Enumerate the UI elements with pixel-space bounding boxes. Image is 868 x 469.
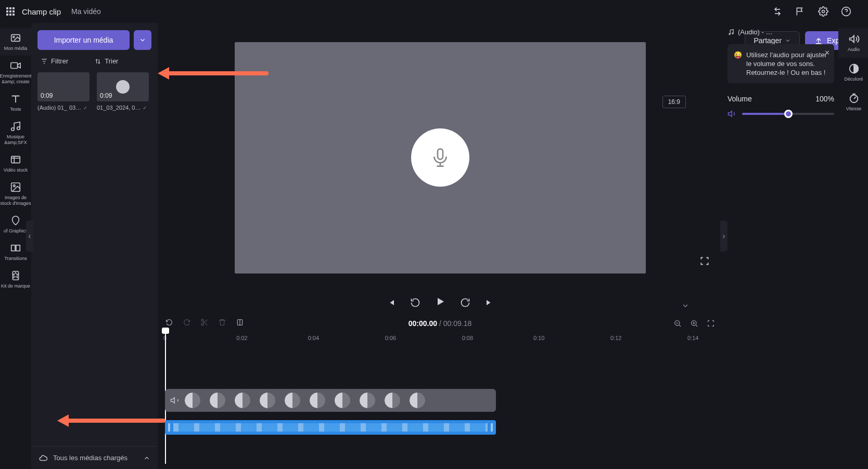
selected-clip-name: (Audio) - …: [727, 28, 834, 36]
clip-handle-left[interactable]: [168, 423, 170, 432]
speed-icon: [848, 93, 860, 104]
preview-canvas[interactable]: [235, 42, 646, 273]
aspect-ratio-badge[interactable]: 16:9: [662, 96, 686, 108]
nav-text[interactable]: Texte: [0, 89, 31, 116]
tip-close-button[interactable]: ✕: [824, 48, 830, 57]
fade-icon: [848, 63, 860, 74]
svg-point-14: [201, 319, 203, 321]
cloud-icon: [39, 453, 48, 463]
check-icon: ✓: [143, 105, 147, 111]
nav-stock-images[interactable]: Images de stock d'images: [0, 177, 31, 211]
speaker-icon[interactable]: [727, 109, 737, 119]
rnav-speed[interactable]: Vitesse: [838, 87, 869, 117]
nav-brand-kit[interactable]: Kit de marque: [0, 266, 31, 293]
svg-rect-7: [11, 157, 20, 163]
undo-icon[interactable]: [165, 318, 173, 327]
svg-point-6: [17, 127, 20, 130]
nav-music[interactable]: Musique &amp;SFX: [0, 116, 31, 150]
collapse-timeline[interactable]: [672, 301, 698, 311]
clip-handle-right[interactable]: [491, 423, 493, 432]
video-track-clip[interactable]: [165, 389, 496, 412]
volume-slider-thumb[interactable]: [784, 110, 793, 118]
zoom-in-icon[interactable]: [690, 319, 698, 328]
check-icon: ✓: [83, 105, 87, 111]
audio-track-clip[interactable]: [165, 420, 496, 435]
svg-rect-4: [11, 63, 18, 69]
fit-icon[interactable]: [707, 319, 715, 328]
flag-icon[interactable]: [795, 6, 806, 17]
timeline-timecode: 00:00.00 / 00:09.18: [409, 319, 471, 328]
svg-point-19: [729, 33, 730, 34]
zoom-out-icon[interactable]: [673, 319, 682, 328]
playback-controls: [158, 292, 722, 313]
timeline: 00:00.00 / 00:09.18 0 0:02 0:04 0:06 0:0…: [158, 315, 722, 469]
volume-slider[interactable]: [742, 113, 834, 115]
rewind-icon[interactable]: [410, 297, 420, 308]
volume-value: 100%: [815, 95, 834, 103]
svg-point-15: [201, 323, 203, 325]
sort-button[interactable]: Trier: [94, 57, 118, 65]
delete-icon[interactable]: [218, 318, 226, 327]
media-panel: Importer un média Filtrer Trier 0:09 (Au…: [31, 23, 158, 469]
skip-forward-icon[interactable]: [484, 297, 494, 308]
media-item[interactable]: 0:09 01_03_2024, 0…✓: [97, 72, 149, 111]
tip-text: Utilisez l'audio pour ajuster le volume …: [746, 50, 828, 77]
center-area: 16:9 › 00:00.00 / 00:09.18: [158, 23, 722, 469]
volume-icon: [848, 33, 860, 45]
fullscreen-icon[interactable]: [699, 256, 710, 266]
top-bar: Champ clip Ma vidéo: [0, 0, 868, 23]
cut-icon[interactable]: [200, 318, 209, 327]
split-icon[interactable]: [236, 318, 244, 327]
music-note-icon: [727, 29, 735, 36]
nav-record[interactable]: Enregistrement &amp; create: [0, 56, 31, 89]
tip-emoji: 😜: [734, 50, 742, 77]
filter-button[interactable]: Filtrer: [41, 57, 68, 65]
svg-point-0: [822, 10, 825, 13]
play-icon[interactable]: [434, 295, 446, 308]
help-icon[interactable]: [841, 6, 851, 17]
apps-icon[interactable]: [6, 7, 15, 16]
preview-area: 16:9: [158, 23, 722, 292]
right-nav: Audio Décoloré Vitesse: [839, 23, 868, 469]
nav-my-media[interactable]: Mon média: [0, 28, 31, 56]
integrations-icon[interactable]: [772, 6, 783, 17]
import-media-button[interactable]: Importer un média: [37, 30, 130, 50]
skip-back-icon[interactable]: [386, 297, 397, 308]
microphone-icon: [430, 147, 451, 168]
tip-box: 😜 Utilisez l'audio pour ajuster le volum…: [727, 44, 834, 83]
project-name[interactable]: Ma vidéo: [71, 7, 101, 16]
waveform: [173, 423, 488, 432]
import-media-dropdown[interactable]: [134, 30, 151, 50]
rnav-fade[interactable]: Décoloré: [838, 58, 869, 87]
svg-rect-10: [11, 245, 15, 251]
forward-icon[interactable]: [460, 297, 470, 308]
svg-rect-11: [16, 245, 20, 251]
collapse-panel-button[interactable]: ‹: [26, 220, 33, 252]
settings-icon[interactable]: [818, 6, 828, 17]
rnav-audio[interactable]: Audio: [838, 28, 869, 58]
app-title: Champ clip: [22, 7, 61, 16]
svg-point-5: [11, 128, 15, 131]
nav-stock-video[interactable]: Vidéo stock: [0, 150, 31, 177]
chevron-up-icon[interactable]: [143, 454, 150, 462]
media-item[interactable]: 0:09 (Audio) 01_03…✓: [37, 72, 90, 111]
redo-icon[interactable]: [183, 318, 191, 327]
properties-panel: (Audio) - … 😜 Utilisez l'audio pour ajus…: [722, 23, 839, 469]
mic-visual: [411, 128, 469, 187]
svg-point-9: [13, 185, 15, 187]
svg-point-3: [13, 36, 15, 38]
volume-label: Volume: [727, 95, 752, 103]
svg-point-20: [732, 33, 733, 34]
timeline-ruler[interactable]: 0 0:02 0:04 0:06 0:08 0:10 0:12 0:14: [165, 335, 715, 347]
svg-rect-13: [438, 149, 443, 159]
media-footer: Tous les médias chargés: [31, 446, 158, 469]
volume-icon: [170, 396, 180, 405]
